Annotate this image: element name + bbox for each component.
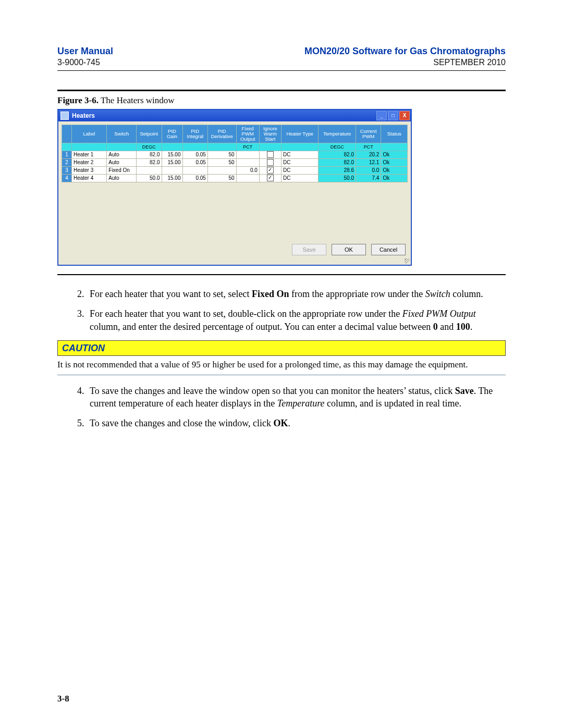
figure-label: Figure 3-6. [57,95,99,105]
cell-fixed-pwm[interactable] [236,158,259,166]
step5-text: To save the changes and close the window… [90,418,273,428]
cell-switch[interactable]: Auto [107,158,137,166]
step-3: For each heater that you want to set, do… [87,307,506,333]
header-row: Label Switch Setpoint PID Gain PID Integ… [62,125,408,143]
header-right: MON20/20 Software for Gas Chromatographs [304,46,506,57]
resize-grip[interactable] [58,260,411,265]
table-row[interactable]: 3Heater 3Fixed On0.0✓DC28.60.0Ok [62,166,408,174]
cell-derivative[interactable] [207,166,236,174]
cell-temperature: 82.0 [319,158,356,166]
step5-text2: . [288,418,290,428]
checkbox-icon[interactable] [267,151,274,158]
cell-label[interactable]: Heater 4 [71,174,106,182]
heaters-table[interactable]: Label Switch Setpoint PID Gain PID Integ… [62,125,408,182]
checkbox-icon[interactable] [267,159,274,166]
step4-text: To save the changes and leave the window… [90,386,455,396]
col-status[interactable]: Status [381,125,408,143]
step3-italic: Fixed PWM Output [402,309,476,319]
row-number: 4 [62,174,72,182]
col-pid-integral[interactable]: PID Integral [182,125,207,143]
cell-derivative[interactable]: 50 [207,174,236,182]
cell-gain[interactable]: 15.00 [162,158,182,166]
cell-derivative[interactable]: 50 [207,151,236,158]
cell-fixed-pwm[interactable]: 0.0 [236,166,259,174]
col-rownum[interactable] [62,125,72,143]
minimize-button[interactable]: _ [376,111,387,120]
app-icon [60,112,69,120]
step-5: To save the changes and close the window… [87,417,506,429]
step-4: To save the changes and leave the window… [87,385,506,410]
step3-bold0: 0 [433,322,438,332]
units-row: DEGC PCT DEGC PCT [62,143,408,151]
cell-integral[interactable]: 0.05 [182,158,207,166]
col-heater-type[interactable]: Heater Type [281,125,319,143]
cell-setpoint[interactable]: 82.0 [137,151,162,158]
cell-fixed-pwm[interactable] [236,151,259,158]
step3-text: For each heater that you want to set, do… [90,309,402,319]
ok-button[interactable]: OK [332,244,366,255]
col-label[interactable]: Label [71,125,106,143]
cell-setpoint[interactable] [137,166,162,174]
col-setpoint[interactable]: Setpoint [137,125,162,143]
step5-bold: OK [273,418,288,428]
unit-blank [62,143,72,151]
cell-derivative[interactable]: 50 [207,158,236,166]
cell-gain[interactable]: 15.00 [162,151,182,158]
cell-gain[interactable] [162,166,182,174]
window-title: Heaters [72,112,95,119]
col-temperature[interactable]: Temperature [319,125,356,143]
cell-fixed-pwm[interactable] [236,174,259,182]
col-current-pwm[interactable]: Current PWM [356,125,381,143]
header-rule [57,70,506,71]
cell-switch[interactable]: Auto [107,151,137,158]
cell-heater-type[interactable]: DC [281,166,319,174]
maximize-icon: □ [391,113,395,118]
step2-text3: column. [450,289,483,299]
col-switch[interactable]: Switch [107,125,137,143]
cell-ignore-warm[interactable]: ✓ [259,166,281,174]
unit-gain [162,143,182,151]
titlebar[interactable]: Heaters _ □ X [58,110,411,121]
page-number: 3-8 [57,694,69,704]
cell-switch[interactable]: Auto [107,174,137,182]
cell-switch[interactable]: Fixed On [107,166,137,174]
cell-ignore-warm[interactable] [259,151,281,158]
cell-integral[interactable] [182,166,207,174]
save-button[interactable]: Save [292,244,326,255]
cell-heater-type[interactable]: DC [281,151,319,158]
cell-label[interactable]: Heater 3 [71,166,106,174]
cell-setpoint[interactable]: 50.0 [137,174,162,182]
cell-label[interactable]: Heater 1 [71,151,106,158]
col-ignore-warm[interactable]: Ignore Warm Start [259,125,281,143]
unit-setpoint: DEGC [137,143,162,151]
checkbox-icon[interactable]: ✓ [267,167,274,174]
cell-label[interactable]: Heater 2 [71,158,106,166]
checkbox-icon[interactable]: ✓ [267,175,274,181]
col-pid-derivative[interactable]: PID Derivative [207,125,236,143]
dialog-footer: Save OK Cancel [58,242,411,260]
col-fixed-pwm[interactable]: Fixed PWM Output [236,125,259,143]
cell-gain[interactable]: 15.00 [162,174,182,182]
cell-ignore-warm[interactable]: ✓ [259,174,281,182]
unit-label [71,143,106,151]
cell-heater-type[interactable]: DC [281,158,319,166]
col-pid-gain[interactable]: PID Gain [162,125,182,143]
row-number: 3 [62,166,72,174]
table-row[interactable]: 4Heater 4Auto50.015.000.0550✓DC50.07.4Ok [62,174,408,182]
table-row[interactable]: 1Heater 1Auto82.015.000.0550DC82.020.2Ok [62,151,408,158]
table-row[interactable]: 2Heater 2Auto82.015.000.0550DC82.012.1Ok [62,158,408,166]
cancel-button[interactable]: Cancel [371,244,406,255]
cell-temperature: 82.0 [319,151,356,158]
maximize-button[interactable]: □ [388,111,398,120]
cell-heater-type[interactable]: DC [281,174,319,182]
unit-deriv [207,143,236,151]
cell-ignore-warm[interactable] [259,158,281,166]
cell-integral[interactable]: 0.05 [182,174,207,182]
close-button[interactable]: X [399,111,410,120]
row-number: 1 [62,151,72,158]
step4-text3: column, and is updated in real time. [325,398,461,409]
step3-text3: and [438,322,456,332]
cell-integral[interactable]: 0.05 [182,151,207,158]
unit-cpwm: PCT [356,143,381,151]
cell-setpoint[interactable]: 82.0 [137,158,162,166]
